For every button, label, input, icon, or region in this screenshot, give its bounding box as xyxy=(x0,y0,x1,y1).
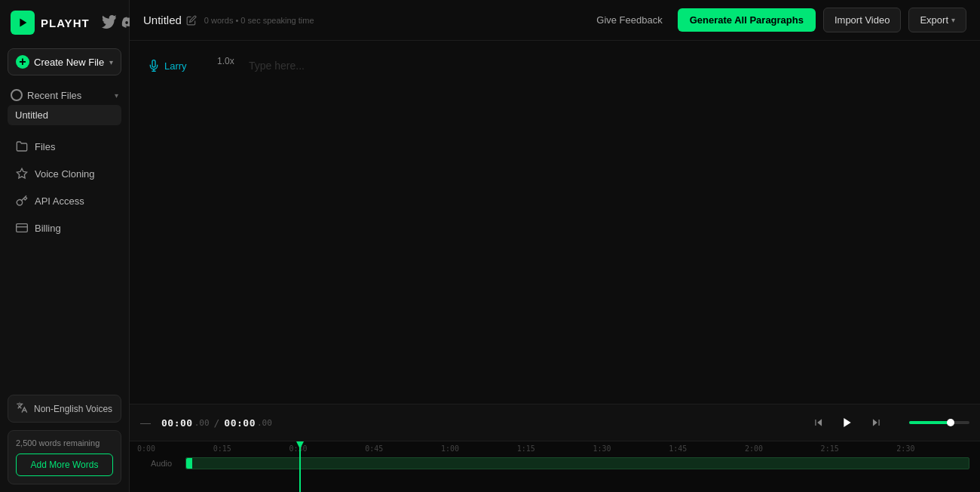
svg-marker-9 xyxy=(844,418,850,427)
sidebar-bottom: Non-English Voices 2,500 words remaining… xyxy=(0,387,129,492)
transport-controls xyxy=(808,411,887,435)
files-label: Files xyxy=(35,141,55,152)
timeline[interactable]: 0:000:150:300:451:001:151:301:452:002:15… xyxy=(130,441,980,492)
ruler-tick: 0:45 xyxy=(365,444,441,453)
time-current-sub: .00 xyxy=(194,418,210,428)
app-title: PLAYHT xyxy=(41,17,90,29)
ruler-tick: 2:30 xyxy=(896,444,972,453)
words-remaining: 2,500 words remaining xyxy=(16,438,113,447)
recent-files-header[interactable]: Recent Files ▾ xyxy=(8,86,121,104)
create-new-file-button[interactable]: + Create New File ▾ xyxy=(8,48,121,75)
time-total-main: 00:00 xyxy=(224,417,256,429)
sidebar-item-billing[interactable]: Billing xyxy=(8,215,121,241)
twitter-icon[interactable] xyxy=(102,15,117,30)
playhead xyxy=(299,441,301,492)
ruler-tick: 0:15 xyxy=(213,444,289,453)
ruler-tick: 1:45 xyxy=(669,444,745,453)
ruler-tick: 1:30 xyxy=(593,444,669,453)
ruler-tick: 2:15 xyxy=(821,444,897,453)
timeline-ruler: 0:000:150:300:451:001:151:301:452:002:15… xyxy=(130,441,980,453)
edit-icon[interactable] xyxy=(186,15,197,26)
svg-rect-3 xyxy=(17,224,28,232)
words-box: 2,500 words remaining Add More Words xyxy=(8,430,121,484)
chevron-down-icon: ▾ xyxy=(115,91,118,100)
voice-cloning-label: Voice Cloning xyxy=(35,168,95,180)
translate-icon xyxy=(16,401,28,416)
time-separator: / xyxy=(214,417,220,429)
nav-section: Files Voice Cloning API Access xyxy=(0,128,129,247)
sidebar: PLAYHT + Create New File ▾ Recent Files … xyxy=(0,0,130,492)
export-button[interactable]: Export ▾ xyxy=(908,8,966,32)
recent-files-label: Recent Files xyxy=(27,90,81,101)
timeline-inner: 0:000:150:300:451:001:151:301:452:002:15… xyxy=(130,441,980,492)
file-meta: 0 words • 0 sec speaking time xyxy=(204,16,314,25)
time-current-main: 00:00 xyxy=(161,417,193,429)
voice-selector[interactable]: Larry xyxy=(148,56,208,75)
non-english-label: Non-English Voices xyxy=(34,404,112,414)
card-icon xyxy=(15,221,29,235)
export-label: Export xyxy=(920,14,948,26)
svg-marker-10 xyxy=(873,419,877,426)
play-button[interactable] xyxy=(835,411,859,435)
ruler-tick: 1:00 xyxy=(441,444,517,453)
generate-all-paragraphs-button[interactable]: Generate All Paragraphs xyxy=(678,8,816,32)
dash: — xyxy=(140,417,151,429)
audio-label: Audio xyxy=(140,456,182,471)
placeholder-text: Type here... xyxy=(249,60,305,72)
transport-bar: — 00:00 .00 / 00:00 .00 xyxy=(130,404,980,441)
volume-bar[interactable] xyxy=(909,421,969,424)
svg-marker-7 xyxy=(817,419,822,426)
recent-file-item[interactable]: Untitled xyxy=(8,105,121,125)
volume-control xyxy=(902,421,969,424)
chevron-down-icon: ▾ xyxy=(951,16,955,24)
volume-fill xyxy=(909,421,948,424)
ruler-tick: 2:00 xyxy=(745,444,821,453)
speed-selector[interactable]: 1.0x xyxy=(217,56,240,75)
sidebar-item-files[interactable]: Files xyxy=(8,134,121,159)
sidebar-item-api-access[interactable]: API Access xyxy=(8,188,121,214)
logo-area: PLAYHT xyxy=(0,0,129,42)
topbar: Untitled 0 words • 0 sec speaking time G… xyxy=(130,0,980,41)
ruler-tick: 0:00 xyxy=(137,444,213,453)
timeline-audio-track: Audio xyxy=(130,453,980,474)
main-content: Untitled 0 words • 0 sec speaking time G… xyxy=(130,0,980,492)
time-total-sub: .00 xyxy=(257,418,272,428)
logo-icon xyxy=(11,11,35,35)
skip-forward-button[interactable] xyxy=(865,412,887,433)
paragraph-block: Larry 1.0x Type here... xyxy=(148,56,962,75)
microphone-icon xyxy=(148,60,160,72)
voice-name: Larry xyxy=(164,60,187,72)
import-video-button[interactable]: Import Video xyxy=(823,8,901,32)
billing-label: Billing xyxy=(35,223,61,234)
time-display: 00:00 .00 / 00:00 .00 xyxy=(161,417,272,429)
plus-icon: + xyxy=(16,55,29,69)
svg-marker-2 xyxy=(17,168,26,178)
key-icon xyxy=(15,194,29,208)
non-english-voices-button[interactable]: Non-English Voices xyxy=(8,395,121,423)
history-icon xyxy=(11,89,23,101)
create-btn-label: Create New File xyxy=(34,57,104,68)
audio-waveform xyxy=(185,457,969,469)
add-more-words-button[interactable]: Add More Words xyxy=(16,454,113,476)
file-title-wrap: Untitled 0 words • 0 sec speaking time xyxy=(143,14,314,26)
text-input[interactable]: Type here... xyxy=(249,56,962,75)
audio-clip xyxy=(186,458,192,469)
sparkle-icon xyxy=(15,167,29,180)
folder-icon xyxy=(15,140,29,153)
sidebar-item-voice-cloning[interactable]: Voice Cloning xyxy=(8,161,121,186)
recent-files-section: Recent Files ▾ Untitled xyxy=(0,81,129,128)
topbar-actions: Give Feedback Generate All Paragraphs Im… xyxy=(589,8,966,32)
file-title: Untitled xyxy=(143,14,182,26)
ruler-markers: 0:000:150:300:451:001:151:301:452:002:15… xyxy=(137,444,972,453)
chevron-down-icon: ▾ xyxy=(109,58,113,66)
volume-thumb xyxy=(947,419,954,426)
ruler-tick: 1:15 xyxy=(517,444,593,453)
editor-area[interactable]: Larry 1.0x Type here... xyxy=(130,41,980,404)
skip-back-button[interactable] xyxy=(808,412,829,433)
api-access-label: API Access xyxy=(35,195,84,207)
give-feedback-button[interactable]: Give Feedback xyxy=(589,10,669,30)
